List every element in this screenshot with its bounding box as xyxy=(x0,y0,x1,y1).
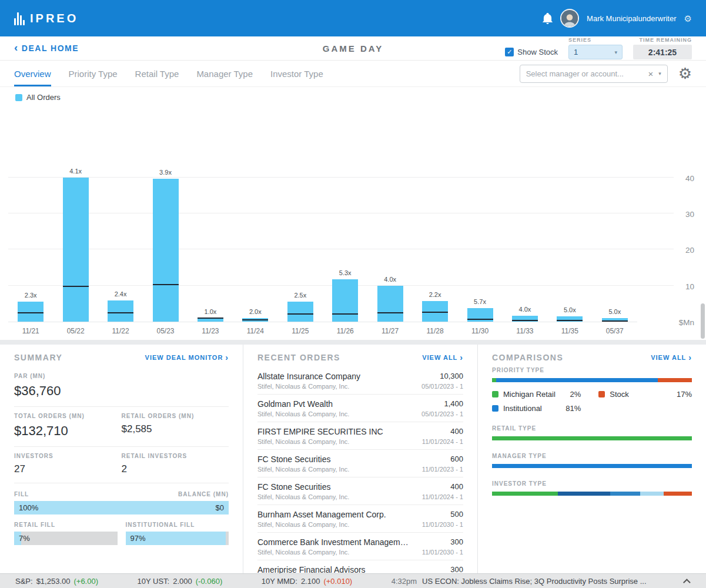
deal-home-link[interactable]: ‹ DEAL HOME xyxy=(14,42,79,54)
x-axis-label: 11/35 xyxy=(547,327,592,335)
order-firm-name: Stifel, Nicolaus & Company, Inc. xyxy=(257,438,383,445)
comparison-legend-item: Stock17% xyxy=(598,390,692,399)
order-investor-name: Allstate Insurance Company xyxy=(257,372,360,381)
order-investor-name: Commerce Bank Investment Management Gr..… xyxy=(257,537,411,547)
order-row[interactable]: Goldman Pvt WealthStifel, Nicolaus & Com… xyxy=(257,395,463,422)
order-bar[interactable] xyxy=(153,179,179,322)
order-investor-name: FC Stone Securities xyxy=(257,482,349,492)
x-axis-label: 11/30 xyxy=(458,327,503,335)
recent-orders-panel: RECENT ORDERS VIEW ALL › Allstate Insura… xyxy=(243,345,477,573)
order-left: Ameriprise Financial AdvisorsStifel, Nic… xyxy=(257,565,366,573)
order-left: Burnham Asset Management Corp.Stifel, Ni… xyxy=(257,510,386,528)
stock-marker xyxy=(467,319,493,320)
subheader-controls: ✓ Show Stock SERIES 1 ▾ TIME REMAINING 2… xyxy=(505,37,692,59)
stock-marker xyxy=(287,313,313,315)
link-chevron-icon: › xyxy=(460,353,463,362)
show-stock-toggle[interactable]: ✓ Show Stock xyxy=(505,48,558,56)
series-dropdown[interactable]: 1 ▾ xyxy=(568,45,623,59)
order-row[interactable]: FC Stone SecuritiesStifel, Nicolaus & Co… xyxy=(257,477,463,505)
quote-change: (+0.010) xyxy=(323,577,352,586)
order-bar[interactable] xyxy=(332,279,358,322)
stock-marker xyxy=(198,318,223,319)
notifications-bell-icon[interactable] xyxy=(543,13,553,24)
stock-marker xyxy=(512,320,538,321)
order-row[interactable]: Burnham Asset Management Corp.Stifel, Ni… xyxy=(257,505,463,533)
bar-multiplier-label: 2.2x xyxy=(413,291,457,298)
comparison-section: PRIORITY TYPEMichigan Retail2%Stock17%In… xyxy=(492,367,692,413)
bar-multiplier-label: 3.9x xyxy=(143,169,188,176)
orders-view-all-label: VIEW ALL xyxy=(422,354,457,361)
order-bar[interactable] xyxy=(63,178,89,322)
x-axis-label: 11/23 xyxy=(188,327,233,335)
user-settings-gear-icon[interactable]: ⚙ xyxy=(684,14,692,23)
deal-subheader: ‹ DEAL HOME GAME DAY ✓ Show Stock SERIES… xyxy=(0,36,706,61)
bar-multiplier-label: 4.0x xyxy=(503,306,547,313)
user-name[interactable]: Mark Municipalunderwriter xyxy=(587,14,676,23)
filter-caret-icon[interactable]: ▾ xyxy=(658,71,661,76)
stock-marker xyxy=(153,284,179,285)
comparison-bar-segment xyxy=(558,492,610,496)
filter-clear-icon[interactable]: × xyxy=(648,69,653,78)
comparison-section: INVESTOR TYPE xyxy=(492,480,692,496)
tab-overview[interactable]: Overview xyxy=(14,61,51,86)
stock-marker xyxy=(63,286,89,287)
x-axis-label: 11/27 xyxy=(368,327,413,335)
ipreo-logo[interactable]: IPREO xyxy=(14,12,78,25)
stock-marker xyxy=(332,313,358,315)
summary-title: SUMMARY xyxy=(14,353,62,362)
order-row[interactable]: FIRST EMPIRE SECURITIES INCStifel, Nicol… xyxy=(257,422,463,450)
order-right: 60011/01/2023 - 1 xyxy=(422,455,463,473)
time-remaining-control: TIME REMAINING 2:41:25 xyxy=(633,37,692,59)
manager-filter-input[interactable] xyxy=(526,69,643,78)
institutional-fill-label: INSTITUTIONAL FILL xyxy=(126,522,229,528)
fill-progress-bar: 100% $0 xyxy=(14,501,229,514)
chart-settings-gear-icon[interactable]: ⚙ xyxy=(678,66,692,81)
ticker-expand-icon[interactable] xyxy=(683,579,691,586)
fill-progress-fill xyxy=(14,501,229,514)
check-icon: ✓ xyxy=(507,48,512,56)
recent-orders-title: RECENT ORDERS xyxy=(257,353,340,362)
order-amount: 1,400 xyxy=(421,399,463,408)
manager-filter-box[interactable]: × ▾ xyxy=(520,65,668,83)
show-stock-checkbox[interactable]: ✓ xyxy=(505,48,514,56)
order-bar[interactable] xyxy=(377,286,403,322)
logo-text: IPREO xyxy=(30,12,78,25)
order-bar[interactable] xyxy=(287,302,313,322)
order-investor-name: FIRST EMPIRE SECURITIES INC xyxy=(257,427,383,436)
order-row[interactable]: Ameriprise Financial AdvisorsStifel, Nic… xyxy=(257,560,463,573)
app-header: IPREO Mark Municipalunderwriter ⚙ xyxy=(0,0,706,36)
order-row[interactable]: Commerce Bank Investment Management Gr..… xyxy=(257,533,463,560)
view-deal-monitor-link[interactable]: VIEW DEAL MONITOR › xyxy=(145,353,229,362)
comparison-bar xyxy=(492,492,692,496)
order-row[interactable]: FC Stone SecuritiesStifel, Nicolaus & Co… xyxy=(257,450,463,477)
legend-pct: 2% xyxy=(570,390,581,399)
all-orders-legend-swatch xyxy=(15,94,22,101)
order-bar[interactable] xyxy=(18,302,44,322)
legend-name: Michigan Retail xyxy=(503,390,570,399)
avatar[interactable] xyxy=(560,9,579,28)
order-maturity: 11/01/2024 - 1 xyxy=(422,438,463,445)
legend-swatch-icon xyxy=(598,391,605,397)
order-maturity: 05/01/2023 - 1 xyxy=(421,383,463,390)
retail-fill-pct-text: 7% xyxy=(19,532,30,545)
stock-marker xyxy=(108,312,133,313)
series-label: SERIES xyxy=(568,37,623,43)
ticker-quote: 10Y UST:2.000(-0.060) xyxy=(137,577,222,586)
x-axis-label: 11/28 xyxy=(413,327,457,335)
quote-label: S&P: xyxy=(15,577,33,586)
orders-view-all-link[interactable]: VIEW ALL › xyxy=(422,353,463,362)
comparisons-panel: COMPARISONS VIEW ALL › PRIORITY TYPEMich… xyxy=(477,345,706,573)
tab-retail-type[interactable]: Retail Type xyxy=(135,61,179,86)
order-row[interactable]: Allstate Insurance CompanyStifel, Nicola… xyxy=(257,367,463,395)
tab-investor-type[interactable]: Investor Type xyxy=(270,61,323,86)
comparison-bar xyxy=(492,464,692,468)
tab-priority-type[interactable]: Priority Type xyxy=(69,61,118,86)
comparisons-view-all-link[interactable]: VIEW ALL › xyxy=(651,353,692,362)
order-bar[interactable] xyxy=(108,300,133,322)
bar-multiplier-label: 4.0x xyxy=(368,276,413,283)
bar-multiplier-label: 1.0x xyxy=(188,308,233,315)
scrollbar-thumb[interactable] xyxy=(701,303,705,339)
orders-list: Allstate Insurance CompanyStifel, Nicola… xyxy=(257,367,463,573)
tab-manager-type[interactable]: Manager Type xyxy=(196,61,253,86)
comparison-bar xyxy=(492,378,692,382)
